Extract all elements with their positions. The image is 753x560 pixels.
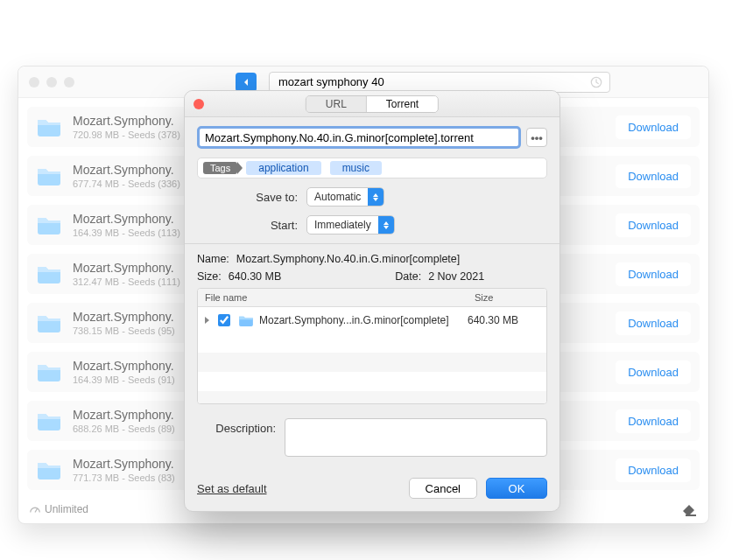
save-to-label: Save to:	[197, 191, 298, 204]
traffic-dot	[64, 77, 74, 88]
tab-torrent[interactable]: Torrent	[366, 96, 438, 112]
start-row: Start: Immediately	[197, 215, 547, 234]
description-input[interactable]	[285, 418, 547, 457]
file-size: 640.30 MB	[468, 314, 539, 326]
download-button[interactable]: Download	[616, 458, 691, 482]
name-key: Name:	[197, 253, 229, 265]
size-key: Size:	[197, 270, 222, 283]
save-to-select[interactable]: Automatic	[306, 187, 384, 206]
col-size[interactable]: Size	[468, 289, 546, 306]
close-icon[interactable]	[194, 99, 204, 109]
search-field[interactable]	[269, 72, 610, 93]
history-icon	[590, 76, 602, 88]
file-table-header: File name Size	[198, 289, 546, 307]
folder-icon	[36, 214, 62, 235]
save-to-row: Save to: Automatic	[197, 187, 547, 206]
source-segmented-control[interactable]: URL Torrent	[306, 95, 439, 113]
chevron-updown-icon	[368, 188, 384, 206]
folder-icon	[36, 116, 62, 137]
add-torrent-dialog: URL Torrent ••• Tags application music S…	[184, 90, 560, 512]
folder-icon	[36, 410, 62, 431]
file-table: File name Size Mozart.Symphony...in.G.mi…	[197, 288, 547, 404]
divider	[185, 243, 559, 244]
name-value: Mozart.Symphony.No.40.in.G.minor[complet…	[236, 253, 460, 265]
download-button[interactable]: Download	[616, 262, 691, 286]
file-checkbox[interactable]	[218, 314, 230, 326]
tags-label: Tags	[203, 162, 237, 174]
download-button[interactable]: Download	[616, 410, 691, 433]
tags-row[interactable]: Tags application music	[197, 158, 547, 178]
tag-music[interactable]: music	[330, 161, 382, 175]
gauge-icon	[29, 503, 41, 515]
cancel-button[interactable]: Cancel	[409, 478, 477, 499]
size-value: 640.30 MB	[229, 270, 281, 283]
start-label: Start:	[197, 219, 298, 232]
file-row[interactable]: Mozart.Symphony...in.G.minor[complete] 6…	[198, 307, 546, 333]
chevron-left-icon	[242, 78, 250, 87]
bandwidth-status: Unlimited	[29, 503, 88, 516]
file-table-empty	[198, 333, 546, 403]
search-input[interactable]	[277, 74, 590, 89]
bandwidth-status-label: Unlimited	[45, 503, 88, 515]
file-name: Mozart.Symphony...in.G.minor[complete]	[259, 314, 462, 326]
chevron-updown-icon	[378, 216, 394, 234]
ellipsis-icon: •••	[531, 131, 543, 144]
torrent-name-row: Name: Mozart.Symphony.No.40.in.G.minor[c…	[197, 253, 547, 265]
torrent-size-date-row: Size: 640.30 MB Date: 2 Nov 2021	[197, 270, 547, 283]
folder-icon	[36, 459, 62, 480]
tab-url[interactable]: URL	[306, 96, 366, 112]
traffic-dot	[29, 77, 39, 88]
start-value: Immediately	[307, 219, 378, 231]
traffic-lights	[29, 77, 74, 88]
start-select[interactable]: Immediately	[306, 215, 395, 234]
browse-button[interactable]: •••	[526, 128, 547, 147]
dialog-titlebar: URL Torrent	[185, 91, 559, 117]
traffic-dot	[46, 77, 57, 88]
folder-icon	[238, 314, 254, 326]
download-button[interactable]: Download	[616, 312, 691, 335]
date-value: 2 Nov 2021	[428, 270, 484, 283]
nav-back-button[interactable]	[236, 73, 257, 92]
folder-icon	[36, 263, 62, 284]
folder-icon	[36, 361, 62, 382]
filename-input[interactable]	[197, 126, 521, 149]
clear-button[interactable]	[680, 502, 698, 516]
disclosure-arrow-icon[interactable]	[205, 317, 209, 324]
tag-application[interactable]: application	[246, 161, 320, 175]
folder-icon	[36, 165, 62, 186]
folder-icon	[36, 312, 62, 333]
dialog-footer: Set as default Cancel OK	[185, 469, 559, 511]
download-button[interactable]: Download	[616, 214, 691, 237]
filename-row: •••	[197, 126, 547, 149]
download-button[interactable]: Download	[616, 164, 691, 188]
description-row: Description:	[197, 418, 547, 457]
download-button[interactable]: Download	[616, 116, 691, 139]
col-filename[interactable]: File name	[198, 289, 468, 306]
date-key: Date:	[395, 270, 421, 283]
set-as-default-link[interactable]: Set as default	[197, 482, 267, 495]
ok-button[interactable]: OK	[486, 478, 547, 499]
save-to-value: Automatic	[307, 191, 368, 203]
description-label: Description:	[197, 422, 276, 457]
download-button[interactable]: Download	[616, 360, 691, 384]
dialog-body: ••• Tags application music Save to: Auto…	[185, 117, 559, 469]
